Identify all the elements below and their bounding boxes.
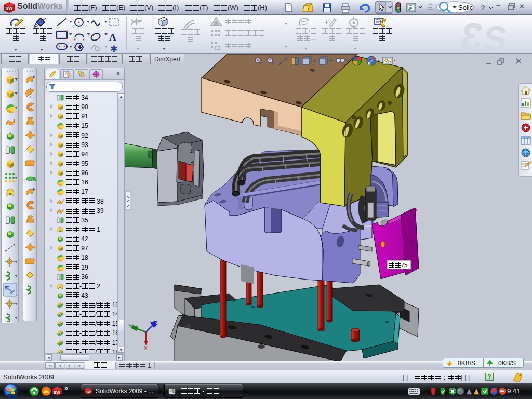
svg-text:?: ? (481, 3, 485, 12)
svg-text:✱: ✱ (110, 44, 117, 54)
svg-text:SW: SW (54, 390, 60, 395)
svg-text:SW: SW (85, 390, 91, 394)
svg-text:A: A (109, 32, 116, 43)
svg-text:3: 3 (458, 15, 486, 53)
svg-text:!: ! (475, 390, 476, 395)
svg-text:+: + (324, 18, 329, 26)
svg-text:SW: SW (5, 6, 13, 11)
svg-text:Y: Y (128, 323, 132, 329)
svg-text:S: S (481, 19, 509, 53)
svg-text:Z: Z (154, 320, 158, 326)
svg-text:X: X (144, 345, 148, 351)
svg-text:Solic: Solic (458, 4, 473, 11)
